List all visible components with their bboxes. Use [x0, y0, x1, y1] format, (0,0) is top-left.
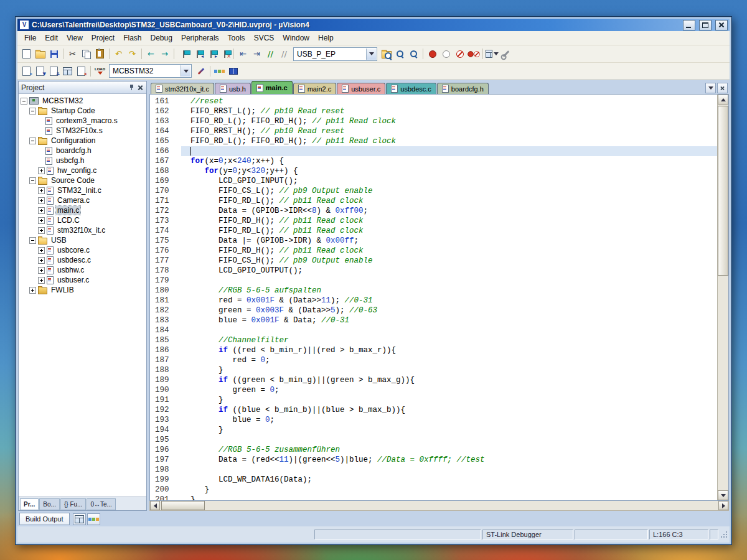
- kill-all-breakpoints-icon[interactable]: [467, 48, 480, 60]
- code-text[interactable]: FIFO_CS_L(); // pb9 Output enable: [181, 186, 717, 196]
- disable-breakpoint-icon[interactable]: [439, 48, 453, 60]
- tree-item-Source Code[interactable]: Source Code: [21, 175, 146, 185]
- code-line-183[interactable]: 183 blue = 0x001F & Data; //0-31: [150, 315, 717, 325]
- vertical-scrollbar[interactable]: [717, 95, 728, 500]
- editor-tab-stm32f10x_it.c[interactable]: stm32f10x_it.c: [151, 83, 214, 94]
- code-line-173[interactable]: 173 FIFO_RD_H(); // pb11 Read clock: [150, 216, 717, 226]
- save-icon[interactable]: [47, 48, 60, 60]
- output-components-icon[interactable]: [87, 513, 100, 525]
- scroll-left-icon[interactable]: [150, 501, 160, 510]
- code-line-176[interactable]: 176 FIFO_RD_H(); // pb11 Read clock: [150, 246, 717, 256]
- indent-icon[interactable]: ⇥: [250, 48, 263, 60]
- code-text[interactable]: LCD_WR_DATA16(Data);: [181, 475, 717, 485]
- insert-breakpoint-icon[interactable]: [426, 48, 439, 60]
- code-line-179[interactable]: 179: [150, 276, 717, 286]
- uncomment-icon[interactable]: //: [278, 48, 291, 60]
- code-line-199[interactable]: 199 LCD_WR_DATA16(Data);: [150, 475, 717, 485]
- code-line-198[interactable]: 198: [150, 465, 717, 475]
- code-text[interactable]: FIFO_RRST_L(); // pb10 Read reset: [181, 106, 717, 116]
- tree-item-usbhw.c[interactable]: usbhw.c: [21, 265, 146, 275]
- build-target-icon[interactable]: ▼: [34, 65, 47, 77]
- editor-tab-usbuser.c[interactable]: usbuser.c: [337, 83, 385, 94]
- document-list-dropdown-icon[interactable]: [705, 83, 716, 93]
- code-line-193[interactable]: 193 blue = 0;: [150, 415, 717, 425]
- batch-build-icon[interactable]: [61, 65, 74, 77]
- scrollbar-track[interactable]: [160, 501, 718, 510]
- tree-item-MCBSTM32[interactable]: MCBSTM32: [21, 96, 146, 106]
- comment-icon[interactable]: //: [264, 48, 277, 60]
- clear-bookmarks-icon[interactable]: ×: [218, 48, 231, 60]
- pin-icon[interactable]: [128, 83, 135, 91]
- editor-tab-usbdesc.c[interactable]: usbdesc.c: [386, 83, 436, 94]
- code-text[interactable]: for(y=0;y<320;y++) {: [181, 166, 717, 176]
- expand-icon[interactable]: [38, 217, 45, 224]
- code-text[interactable]: }: [181, 395, 717, 405]
- new-file-icon[interactable]: [20, 48, 33, 60]
- code-line-188[interactable]: 188 }: [150, 365, 717, 375]
- find-text-combo[interactable]: USB_P_EP: [293, 47, 377, 61]
- translate-file-icon[interactable]: »: [20, 65, 33, 77]
- tree-item-STM32F10x.s[interactable]: STM32F10x.s: [21, 126, 146, 136]
- tree-item-boardcfg.h[interactable]: boardcfg.h: [21, 146, 146, 156]
- close-document-icon[interactable]: [717, 83, 728, 93]
- cut-icon[interactable]: ✂: [66, 48, 79, 60]
- code-line-172[interactable]: 172 Data = (GPIOB->IDR<<8) & 0xff00;: [150, 206, 717, 216]
- menu-item-flash[interactable]: Flash: [119, 32, 146, 44]
- menu-item-file[interactable]: File: [20, 32, 40, 44]
- code-line-185[interactable]: 185 //Channelfilter: [150, 335, 717, 345]
- menu-item-peripherals[interactable]: Peripherals: [177, 32, 223, 44]
- collapse-icon[interactable]: [29, 138, 36, 144]
- code-line-189[interactable]: 189 if ((green < b_min_g)||(green > b_ma…: [150, 375, 717, 385]
- code-line-167[interactable]: 167 for(x=0;x<240;x++) {: [150, 156, 717, 166]
- tree-item-hw_config.c[interactable]: hw_config.c: [21, 166, 146, 175]
- code-line-168[interactable]: 168 for(y=0;y<320;y++) {: [150, 166, 717, 176]
- window-layout-icon[interactable]: [486, 48, 499, 60]
- expand-icon[interactable]: [38, 167, 45, 174]
- expand-icon[interactable]: [38, 187, 45, 194]
- code-line-181[interactable]: 181 red = 0x001F & (Data>>11); //0-31: [150, 296, 717, 306]
- rebuild-all-icon[interactable]: ⇊: [47, 65, 60, 77]
- code-text[interactable]: FIFO_CS_H(); // pb9 Output enable: [181, 256, 717, 266]
- output-windows-icon[interactable]: [73, 513, 86, 525]
- editor-tab-main.c[interactable]: main.c: [251, 81, 293, 94]
- code-text[interactable]: //Channelfilter: [181, 335, 717, 345]
- tree-item-USB[interactable]: USB: [21, 235, 146, 245]
- expand-icon[interactable]: [38, 277, 45, 284]
- stop-build-icon[interactable]: ×: [75, 65, 88, 77]
- code-text[interactable]: if ((red < b_min_r)||(red > b_max_r)){: [181, 345, 717, 355]
- expand-icon[interactable]: [38, 227, 45, 234]
- scroll-up-icon[interactable]: [718, 95, 728, 105]
- code-line-195[interactable]: 195: [150, 435, 717, 445]
- code-line-166[interactable]: 166: [150, 146, 717, 156]
- code-line-175[interactable]: 175 Data |= (GPIOB->IDR) & 0x00ff;: [150, 236, 717, 246]
- code-text[interactable]: LCD_GPIO_OUTPUT();: [181, 266, 717, 276]
- previous-bookmark-icon[interactable]: ◂: [190, 48, 204, 60]
- code-line-201[interactable]: 201 }: [150, 495, 717, 500]
- code-text[interactable]: blue = 0x001F & Data; //0-31: [181, 315, 717, 325]
- expand-icon[interactable]: [29, 287, 36, 294]
- collapse-icon[interactable]: [29, 177, 36, 184]
- code-text[interactable]: green = 0x003F & (Data>>5); //0-63: [181, 306, 717, 315]
- code-text[interactable]: [181, 325, 717, 335]
- tree-item-usbcfg.h[interactable]: usbcfg.h: [21, 156, 146, 166]
- code-line-170[interactable]: 170 FIFO_CS_L(); // pb9 Output enable: [150, 186, 717, 196]
- redo-icon[interactable]: ↷: [126, 48, 139, 60]
- code-line-177[interactable]: 177 FIFO_CS_H(); // pb9 Output enable: [150, 256, 717, 266]
- code-text[interactable]: FIFO_RD_L(); FIFO_RD_H(); // pb11 Read c…: [181, 136, 717, 146]
- panel-tab-bo[interactable]: Bo...: [39, 498, 60, 510]
- code-text[interactable]: FIFO_RD_L(); FIFO_RD_H(); // pb11 Read c…: [181, 116, 717, 126]
- code-text[interactable]: FIFO_RD_L(); // pb11 Read clock: [181, 196, 717, 206]
- close-button[interactable]: [715, 20, 728, 30]
- incremental-find-icon[interactable]: [407, 48, 420, 60]
- editor-tab-boardcfg.h[interactable]: boardcfg.h: [437, 83, 489, 94]
- menu-item-project[interactable]: Project: [87, 32, 119, 44]
- code-line-163[interactable]: 163 FIFO_RD_L(); FIFO_RD_H(); // pb11 Re…: [150, 116, 717, 126]
- scroll-down-icon[interactable]: [718, 490, 728, 500]
- panel-tab-fu[interactable]: {} Fu...: [60, 498, 86, 510]
- tree-item-usbdesc.c[interactable]: usbdesc.c: [21, 255, 146, 265]
- expand-icon[interactable]: [38, 197, 45, 204]
- code-line-162[interactable]: 162 FIFO_RRST_L(); // pb10 Read reset: [150, 106, 717, 116]
- code-text[interactable]: FIFO_RD_H(); // pb11 Read clock: [181, 216, 717, 226]
- code-text[interactable]: red = 0x001F & (Data>>11); //0-31: [181, 296, 717, 306]
- panel-tab-pr[interactable]: Pr...: [20, 498, 39, 510]
